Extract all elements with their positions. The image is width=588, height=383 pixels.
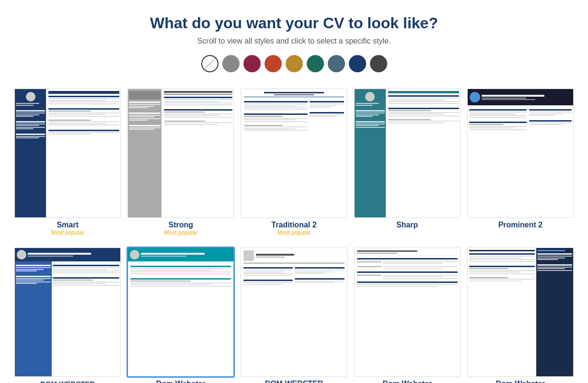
templates-row2: DOM WEBSTER [0, 248, 588, 383]
page-subtitle: Scroll to view all styles and click to s… [10, 37, 578, 45]
color-swatch-white[interactable] [201, 55, 219, 72]
template-card-sharp[interactable]: Sharp [354, 89, 461, 236]
template-name-smart: Smart [57, 221, 78, 229]
template-preview-contemporary[interactable] [241, 248, 347, 377]
template-preview-prominent2[interactable] [467, 89, 574, 218]
template-name-dated: Dom Webster [382, 380, 432, 383]
template-preview-smart[interactable] [14, 89, 121, 218]
template-card-dated[interactable]: Dom Webster [354, 248, 461, 383]
color-swatch-teal[interactable] [307, 55, 324, 72]
color-swatch-maroon[interactable] [243, 55, 261, 72]
template-card-smart[interactable]: Smart Most popular [14, 89, 121, 236]
template-preview-creative[interactable] [14, 248, 121, 377]
template-card-contemporary[interactable]: DOM WEBSTER [241, 248, 347, 383]
template-card-strong[interactable]: Strong Most popular [127, 89, 234, 236]
template-card-traditional2[interactable]: Traditional 2 Most popular [241, 89, 347, 236]
color-swatch-slate[interactable] [328, 55, 345, 72]
svg-line-0 [204, 58, 216, 69]
template-preview-traditional2[interactable] [241, 89, 347, 218]
color-swatch-gold[interactable] [286, 55, 303, 72]
color-swatch-gray[interactable] [222, 55, 240, 72]
color-swatch-navy[interactable] [349, 55, 366, 72]
color-swatch-orange[interactable] [265, 55, 282, 72]
page-container: What do you want your CV to look like? S… [0, 0, 588, 383]
color-swatch-darkgray[interactable] [370, 55, 387, 72]
template-name-strong: Strong [169, 221, 194, 229]
templates-row1: Smart Most popular [0, 89, 588, 246]
page-header: What do you want your CV to look like? S… [0, 0, 588, 89]
template-card-executive[interactable]: Dom Webster [467, 248, 574, 383]
template-preview-sharp[interactable] [354, 89, 461, 218]
template-preview-executive[interactable] [467, 248, 574, 377]
template-name-contemporary: DOM WEBSTER [265, 380, 323, 383]
template-name-creative: DOM WEBSTER [40, 380, 95, 383]
template-card-creative[interactable]: DOM WEBSTER [14, 248, 121, 383]
template-name-modern: Dom Webster [156, 380, 206, 383]
template-preview-dated[interactable] [354, 248, 461, 377]
page-title: What do you want your CV to look like? [10, 14, 578, 32]
template-name-executive: Dom Webster [496, 380, 545, 383]
template-badge-smart: Most popular [51, 229, 84, 236]
template-badge-strong: Most popular [164, 229, 197, 236]
template-preview-strong[interactable] [127, 89, 234, 218]
template-name-traditional2: Traditional 2 [271, 221, 316, 229]
template-name-prominent2: Prominent 2 [498, 221, 542, 229]
template-card-prominent2[interactable]: Prominent 2 [467, 89, 574, 236]
template-badge-traditional2: Most popular [277, 229, 311, 236]
template-name-sharp: Sharp [396, 221, 418, 229]
color-selector [10, 55, 578, 72]
template-preview-modern[interactable] [127, 248, 234, 377]
template-card-modern[interactable]: Dom Webster [127, 248, 234, 383]
